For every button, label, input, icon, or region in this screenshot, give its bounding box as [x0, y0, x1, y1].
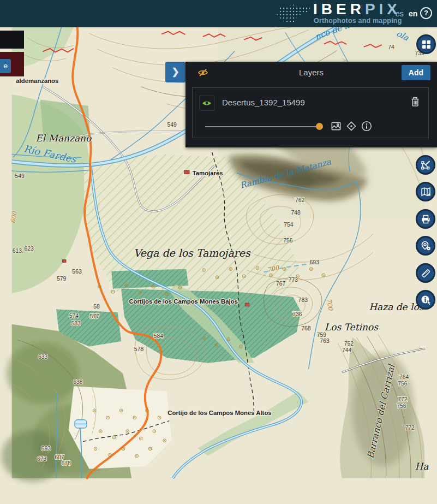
iberpix-logo-icon [276, 3, 310, 24]
map-sheets-button[interactable] [416, 182, 435, 201]
map-label: 783 [298, 297, 308, 303]
map-label: 563 [72, 269, 82, 275]
lang-es-link[interactable]: es [396, 9, 404, 18]
zoom-to-layer-button[interactable] [345, 120, 357, 132]
map-label: 752 [344, 341, 354, 347]
map-label: 678 [61, 460, 71, 466]
map-label: 673 [37, 456, 47, 462]
map-label: 767 [276, 281, 286, 287]
map-label: 744 [342, 347, 352, 353]
header-bar: IBERPIX Orthophotos and mapping es en ? [0, 0, 437, 27]
layers-panel-header: Layers Add [185, 62, 437, 84]
map-label: 768 [301, 325, 311, 331]
layer-item: Desertus_1392_15499 [192, 87, 429, 138]
grid-icon [421, 39, 432, 50]
brand-primary: IBER [313, 1, 365, 17]
map-label: 577 [90, 313, 100, 319]
map-label: 754 [284, 222, 294, 228]
map-label: 584 [154, 333, 164, 339]
map-label: 633 [38, 354, 48, 360]
layer-visibility-toggle[interactable] [199, 96, 214, 111]
panel-collapse-button[interactable]: ❯ [165, 62, 185, 82]
map-label: 579 [57, 276, 67, 282]
map-label: 623 [24, 246, 34, 252]
panel-title: Layers [185, 68, 437, 77]
map-label: 773 [289, 277, 298, 283]
apps-grid-button[interactable] [416, 34, 436, 54]
ruler-icon [420, 268, 432, 279]
map-label: 756 [283, 238, 293, 244]
map-label: 772 [405, 425, 415, 431]
map-label: Los Tetinos [325, 322, 379, 333]
map-label: 772 [398, 396, 408, 402]
info-cursor-icon [420, 294, 432, 306]
map-label: 58 [93, 304, 100, 310]
layers-panel: Layers Add Desertus_1392_15499 [185, 62, 437, 147]
layer-name: Desertus_1392_15499 [222, 98, 305, 107]
map-label: Cortijo de los Campos Mones Altos [167, 410, 271, 416]
map-label: 763 [320, 338, 330, 344]
target-icon [345, 120, 357, 132]
map-label: Cortijos de los Campos Mones Bajos [129, 298, 238, 305]
map-label: 693 [41, 446, 51, 452]
info-icon [361, 120, 373, 132]
map-label: 762 [295, 197, 305, 203]
map-label: 578 [134, 346, 144, 352]
left-dialog-fragment: e [0, 52, 24, 76]
map-label: 607 [55, 454, 64, 460]
geolocation-button[interactable] [416, 236, 435, 256]
map-label: Tamojares [193, 170, 223, 176]
map-label: 748 [291, 210, 301, 216]
measure-button[interactable] [416, 263, 435, 283]
draw-edit-icon [420, 159, 432, 171]
brand-title: IBERPIX [313, 1, 401, 17]
trash-icon [410, 96, 421, 108]
map-label: 583 [71, 321, 81, 327]
iberpix-app: aldemanzanos El Manzano Río Fardes 549 5… [0, 0, 437, 504]
print-button[interactable] [416, 209, 435, 229]
map-label: 613. [13, 248, 23, 254]
map-label: 638 [73, 379, 83, 385]
help-button[interactable]: ? [420, 7, 432, 19]
feature-info-button[interactable] [416, 290, 435, 310]
map-label: Ha [415, 461, 429, 472]
folded-map-icon [420, 186, 432, 198]
map-label: 74 [388, 44, 394, 50]
map-label: 756 [398, 381, 408, 387]
map-label: 764 [399, 374, 409, 380]
printer-icon [420, 214, 432, 225]
image-icon [330, 120, 342, 132]
add-layer-button[interactable]: Add [402, 65, 430, 80]
opacity-slider[interactable] [205, 126, 320, 127]
location-pin-icon [420, 240, 432, 252]
partial-button[interactable]: e [0, 59, 11, 73]
lang-en-link[interactable]: en [409, 9, 417, 18]
eye-icon [201, 98, 212, 109]
map-label: aldemanzanos [16, 78, 58, 84]
map-label: 549 [15, 173, 25, 179]
draw-edit-button[interactable] [416, 155, 435, 175]
left-panel-fragment [0, 31, 24, 49]
map-label: 693 [309, 259, 319, 265]
map-label: 756 [397, 403, 406, 409]
map-label: Vega de los Tamojares [134, 247, 251, 259]
map-label: 736 [292, 311, 302, 317]
map-label: 759 [317, 332, 327, 338]
opacity-slider-knob[interactable] [316, 123, 323, 130]
map-label: 549 [167, 122, 177, 128]
layer-info-button[interactable] [361, 120, 373, 132]
brand-subtitle: Orthophotos and mapping [314, 17, 402, 25]
layer-preview-button[interactable] [330, 120, 342, 132]
map-label: 574 [69, 313, 79, 319]
map-label: El Manzano [35, 133, 92, 144]
delete-layer-button[interactable] [410, 96, 422, 109]
